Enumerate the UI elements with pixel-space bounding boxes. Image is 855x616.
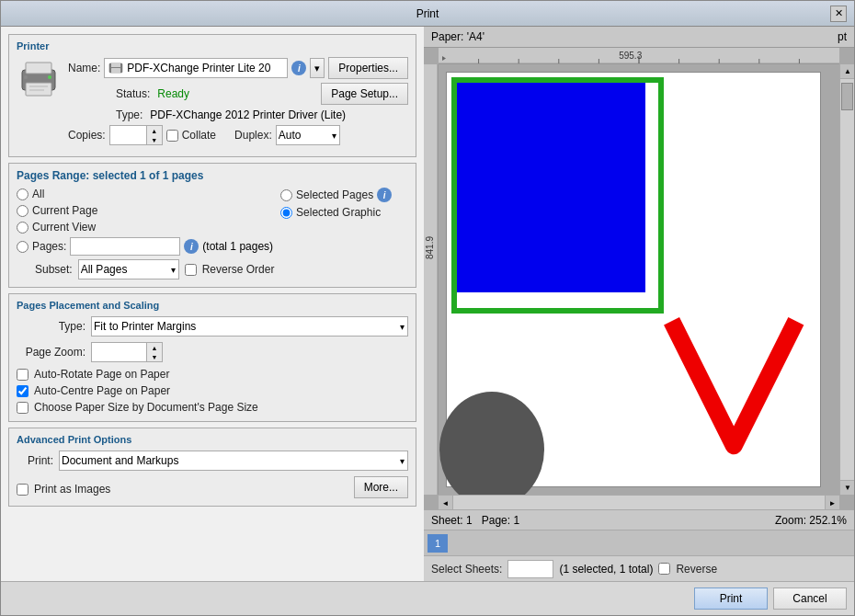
status-value: Ready (157, 87, 189, 100)
page-label: Page: 1 (482, 514, 519, 527)
all-radio[interactable] (17, 188, 28, 200)
scroll-left-btn[interactable]: ◄ (439, 496, 453, 509)
reverse-checkbox[interactable] (658, 563, 670, 575)
reverse-order-checkbox[interactable] (185, 264, 197, 276)
selected-pages-radio[interactable] (280, 189, 292, 201)
all-radio-row: All (17, 188, 273, 200)
printer-info-icon[interactable]: i (291, 61, 306, 75)
printer-name-row: Name: (68, 57, 408, 79)
printer-name-value: PDF-XChange Printer Lite 20 (127, 62, 270, 74)
ruler-height-label: 841.9 (425, 236, 435, 259)
radio-col-right: Selected Pages i Selected Graphic (280, 188, 392, 256)
properties-button[interactable]: Properties... (328, 57, 408, 79)
window-title: Print (25, 7, 830, 20)
auto-centre-checkbox[interactable] (17, 385, 28, 397)
page-thumb-1[interactable]: 1 (428, 534, 448, 553)
duplex-select[interactable]: Auto (276, 125, 340, 145)
more-button[interactable]: More... (354, 476, 408, 498)
current-view-radio[interactable] (17, 222, 28, 234)
selected-pages-radio-row: Selected Pages i (280, 188, 392, 202)
printer-dropdown-btn[interactable]: ▾ (310, 58, 325, 78)
current-page-radio-row: Current Page (17, 204, 273, 217)
print-dialog: Print ✕ Printer (0, 0, 855, 616)
advanced-section: Advanced Print Options Print: Document a… (8, 428, 416, 507)
scroll-thumb-v[interactable] (841, 83, 853, 110)
pages-range-title: Pages Range: selected 1 of 1 pages (17, 169, 203, 182)
main-content: Printer (1, 27, 854, 581)
zoom-label: Page Zoom: (17, 346, 86, 359)
pages-radio-row: Pages: i (total 1 pages) (17, 237, 273, 256)
copies-down[interactable]: ▼ (147, 135, 162, 144)
sheets-input[interactable]: 1-1 (507, 560, 553, 578)
scroll-down-btn[interactable]: ▼ (840, 480, 854, 495)
selected-pages-info-icon[interactable]: i (377, 188, 392, 202)
sheet-page-info: Sheet: 1 Page: 1 (431, 514, 519, 527)
advanced-bottom-actions: Print as Images More... (17, 476, 408, 498)
copies-up[interactable]: ▲ (147, 126, 162, 135)
page-white (446, 72, 821, 487)
copies-spinner[interactable]: ▲ ▼ (146, 125, 163, 145)
auto-rotate-checkbox[interactable] (17, 369, 28, 381)
placement-section: Pages Placement and Scaling Type: Fit to… (8, 293, 416, 422)
scroll-v[interactable]: ▲ ▼ (839, 64, 854, 495)
auto-centre-row: Auto-Centre Page on Paper (17, 384, 408, 397)
sheet-page-bar: Sheet: 1 Page: 1 Zoom: 252.1% (424, 509, 854, 530)
pages-input[interactable] (70, 237, 180, 256)
subset-row: Subset: All Pages Odd Pages Even Pages R… (35, 259, 408, 279)
svg-point-6 (24, 75, 28, 79)
print-as-images-row: Print as Images (17, 483, 110, 496)
svg-marker-20 (442, 56, 446, 61)
pages-info-icon[interactable]: i (184, 239, 199, 254)
page-canvas (439, 64, 839, 495)
close-button[interactable]: ✕ (830, 6, 847, 22)
zoom-up[interactable]: ▲ (147, 343, 162, 352)
ruler-top: 595.3 (439, 48, 839, 64)
print-type-select[interactable]: Document and Markups Document Only Marku… (59, 451, 408, 471)
printer-section-title: Printer (17, 40, 408, 51)
choose-paper-checkbox[interactable] (17, 402, 28, 414)
selected-graphic-radio[interactable] (280, 207, 292, 219)
type-placement-row: Type: Fit to Printer Margins Actual Size… (17, 316, 408, 337)
collate-checkbox[interactable] (166, 130, 178, 142)
page-setup-button[interactable]: Page Setup... (321, 83, 408, 105)
print-type-label: Print: (17, 454, 53, 467)
scroll-right-btn[interactable]: ► (825, 496, 839, 509)
pages-range-header: Pages Range: selected 1 of 1 pages (17, 169, 408, 182)
copies-input[interactable]: 1 (109, 125, 146, 145)
zoom-spinner[interactable]: ▲ ▼ (146, 342, 163, 362)
preview-header: Paper: 'A4' pt (424, 27, 854, 48)
preview-panel: Paper: 'A4' pt 595.3 (424, 27, 854, 581)
selected-info: (1 selected, 1 total) (559, 563, 653, 576)
red-shape (659, 301, 808, 466)
select-sheets-label: Select Sheets: (431, 563, 502, 576)
reverse-label: Reverse (676, 563, 717, 576)
page-thumb-bar: 1 (424, 530, 854, 555)
preview-area: 595.3 (424, 48, 854, 509)
pages-radio[interactable] (17, 241, 28, 253)
svg-point-5 (48, 75, 51, 79)
reverse-order-label: Reverse Order (202, 263, 275, 276)
name-label: Name: (68, 62, 100, 74)
zoom-info: Zoom: 252.1% (775, 514, 847, 527)
zoom-row: Page Zoom: 100% ▲ ▼ (17, 342, 408, 362)
duplex-label: Duplex: (234, 129, 272, 142)
placement-type-select[interactable]: Fit to Printer Margins Actual Size Fit t… (91, 316, 408, 337)
choose-paper-label: Choose Paper Size by Document's Page Siz… (34, 401, 258, 414)
placement-title: Pages Placement and Scaling (17, 300, 408, 311)
subset-select[interactable]: All Pages Odd Pages Even Pages (78, 259, 179, 279)
left-panel: Printer (1, 27, 424, 581)
print-as-images-checkbox[interactable] (17, 484, 28, 496)
scroll-h[interactable]: ◄ ► (439, 495, 839, 509)
current-page-radio[interactable] (17, 205, 28, 217)
type-label: Type: (116, 108, 142, 121)
cancel-button[interactable]: Cancel (773, 587, 847, 610)
dark-circle (439, 392, 544, 496)
title-bar: Print ✕ (1, 1, 854, 27)
scroll-up-btn[interactable]: ▲ (840, 64, 854, 79)
print-button[interactable]: Print (694, 587, 768, 610)
green-border (451, 77, 664, 314)
print-type-row: Print: Document and Markups Document Onl… (17, 451, 408, 471)
select-sheets-bar: Select Sheets: 1-1 (1 selected, 1 total)… (424, 555, 854, 581)
zoom-down[interactable]: ▼ (147, 352, 162, 361)
zoom-input[interactable]: 100% (91, 342, 146, 362)
